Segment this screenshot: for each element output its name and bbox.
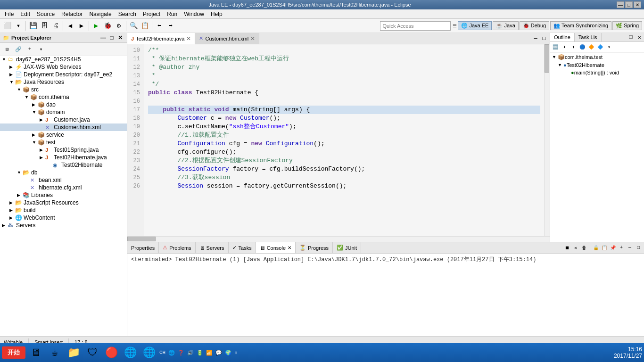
tree-customer-java[interactable]: ▶ J Customer.java (0, 116, 127, 123)
tree-project-root[interactable]: ▼ 🗂 day67_ee287_01S2S4H5 (0, 56, 127, 63)
editor-maximize-btn[interactable]: □ (540, 35, 548, 42)
menu-run[interactable]: Run (164, 10, 180, 18)
menu-file[interactable]: File (2, 10, 17, 18)
tree-service[interactable]: ▶ 📦 service (0, 131, 127, 139)
outline-close-btn[interactable]: ✕ (636, 34, 643, 41)
outline-toolbar-btn4[interactable]: 🔵 (578, 43, 586, 51)
tree-test[interactable]: ▼ 📦 test (0, 139, 127, 146)
outline-toolbar-btn3[interactable]: ⬆ (569, 43, 578, 51)
console-maximize-btn[interactable]: □ (635, 244, 642, 252)
toolbar-btn7[interactable]: ⬅ (154, 21, 165, 31)
outline-toolbar-btn5[interactable]: 🔶 (587, 43, 595, 51)
menu-refactor[interactable]: Refactor (58, 10, 85, 18)
taskbar-icon1[interactable]: 🖥 (27, 345, 44, 361)
persp-debug-btn[interactable]: 🐞 Debug (520, 21, 549, 30)
outline-toolbar-btn1[interactable]: 🔤 (551, 43, 560, 51)
toolbar-btn6[interactable]: 📋 (140, 21, 150, 31)
tree-build[interactable]: ▶ 📂 build (0, 206, 127, 214)
servers-tab[interactable]: 🖥 Servers (196, 242, 229, 253)
junit-tab[interactable]: ✅ JUnit (333, 242, 361, 253)
taskbar-icon7[interactable]: 🌐 (140, 345, 157, 361)
outline-toolbar-btn2[interactable]: ⬇ (560, 43, 569, 51)
outline-tab[interactable]: Outline (550, 33, 575, 41)
close-panel-btn[interactable]: ✕ (116, 34, 124, 41)
tree-src[interactable]: ▼ 📦 src (0, 86, 127, 93)
toolbar-save-btn[interactable]: 💾 (28, 21, 38, 31)
tree-dao[interactable]: ▶ 📦 dao (0, 101, 127, 108)
console-terminate-btn[interactable]: ✕ (572, 244, 579, 252)
quick-access-input[interactable] (380, 21, 451, 31)
maximize-panel-btn[interactable]: □ (108, 34, 116, 41)
tree-servers[interactable]: ▶ 🖧 Servers (0, 222, 127, 229)
tab-test02hibernate[interactable]: J Test02Hibernate.java ✕ (127, 33, 195, 44)
tree-bean-xml[interactable]: ✕ bean.xml (0, 176, 127, 184)
tree-jaxws[interactable]: ▶ ⚡ JAX-WS Web Services (0, 63, 127, 71)
code-lines[interactable]: /** * 保证hibernate框架能够独立在web工程中运行 * @auth… (144, 44, 544, 236)
console-scroll-lock-btn[interactable]: 🔒 (592, 244, 600, 252)
tree-hibernate-xml[interactable]: ✕ hibernate.cfg.xml (0, 184, 127, 191)
tree-test01spring[interactable]: ▶ J Test01Spring.java (0, 146, 127, 154)
collapse-all-btn[interactable]: ⊟ (2, 44, 12, 54)
console-stop-btn[interactable]: ⏹ (563, 244, 571, 252)
properties-tab[interactable]: Properties (127, 242, 159, 253)
toolbar-btn2[interactable]: ▾ (13, 21, 24, 31)
tree-java-resources[interactable]: ▼ 📂 Java Resources (0, 78, 127, 86)
persp-java-btn[interactable]: ☕ Java (493, 21, 518, 30)
toolbar-btn8[interactable]: ➡ (165, 21, 176, 31)
start-button[interactable]: 开始 (2, 346, 25, 359)
menu-navigate[interactable]: Navigate (86, 10, 114, 18)
tab-close-btn2[interactable]: ✕ (250, 35, 255, 42)
editor-minimize-btn[interactable]: — (532, 35, 539, 42)
maximize-button[interactable]: □ (625, 1, 633, 8)
window-controls[interactable]: — □ ✕ (617, 1, 641, 8)
toolbar-btn5[interactable]: 🔍 (128, 21, 139, 31)
tree-customer-xml[interactable]: ✕ Customer.hbm.xml (0, 123, 127, 131)
close-button[interactable]: ✕ (634, 1, 641, 8)
taskbar-icon3[interactable]: 📁 (65, 345, 82, 361)
tree-webcontent[interactable]: ▶ 🌐 WebContent (0, 214, 127, 222)
new-btn[interactable]: + (25, 44, 35, 54)
minimize-panel-btn[interactable]: — (99, 34, 107, 41)
console-copy-btn[interactable]: 📋 (601, 244, 608, 252)
editor-hscrollbar[interactable] (127, 236, 550, 242)
tree-test02hibernate-class[interactable]: ◉ Test02Hibernate (0, 161, 127, 169)
scrollbar-thumb[interactable] (545, 44, 549, 73)
minimize-button[interactable]: — (617, 1, 624, 8)
toolbar-next-btn[interactable]: ▶ (76, 21, 87, 31)
outline-maximize-btn[interactable]: □ (627, 34, 635, 41)
toolbar-run-btn[interactable]: ▶ (91, 21, 101, 31)
problems-tab[interactable]: ⚠ Problems (159, 242, 195, 253)
console-close-icon[interactable]: ✕ (288, 245, 291, 250)
outline-class[interactable]: ▼ ● Test02Hibernate (550, 61, 644, 69)
tab-customer-xml[interactable]: ✕ Customer.hbm.xml ✕ (195, 33, 259, 44)
console-clear-btn[interactable]: 🗑 (580, 244, 588, 252)
outline-package[interactable]: ▼ 📦 com.itheima.test (550, 53, 644, 61)
outline-toolbar-btn7[interactable]: ▾ (605, 43, 613, 51)
toolbar-debug-btn[interactable]: 🐞 (102, 21, 113, 31)
outline-method[interactable]: ● main(String[]) : void (550, 69, 644, 76)
toolbar-btn4[interactable]: ⚙ (114, 21, 124, 31)
tree-domain[interactable]: ▼ 📦 domain (0, 108, 127, 116)
toolbar-save-all-btn[interactable]: 🗄 (39, 21, 50, 31)
editor-scrollbar[interactable] (544, 44, 550, 236)
console-pin-btn[interactable]: 📌 (609, 244, 617, 252)
console-minimize-btn[interactable]: — (626, 244, 634, 252)
tab-close-btn[interactable]: ✕ (186, 35, 191, 42)
task-list-tab[interactable]: Task Lis (575, 33, 602, 41)
console-tab[interactable]: 🖥 Console ✕ (256, 242, 296, 253)
tree-db[interactable]: ▼ 📂 db (0, 169, 127, 176)
taskbar-icon2[interactable]: ☕ (46, 345, 63, 361)
link-editor-btn[interactable]: 🔗 (13, 44, 24, 54)
console-new-btn[interactable]: + (618, 244, 625, 252)
tree-deployment[interactable]: ▶ 📄 Deployment Descriptor: day67_ee2 (0, 71, 127, 78)
persp-javaee-btn[interactable]: 🌐 Java EE (458, 21, 492, 30)
persp-spring-btn[interactable]: 🌿 Spring (612, 21, 642, 30)
menu-edit[interactable]: Edit (17, 10, 33, 18)
toolbar-btn3[interactable]: 🖨 (50, 21, 61, 31)
taskbar-icon6[interactable]: 🌐 (122, 345, 139, 361)
menu-search[interactable]: Search (116, 10, 139, 18)
taskbar-icon5[interactable]: 🔴 (103, 345, 120, 361)
tree-js-resources[interactable]: ▶ 📂 JavaScript Resources (0, 199, 127, 206)
menu-project[interactable]: Project (140, 10, 163, 18)
tree-test02hibernate-java[interactable]: ▶ J Test02Hibernate.java (0, 154, 127, 161)
